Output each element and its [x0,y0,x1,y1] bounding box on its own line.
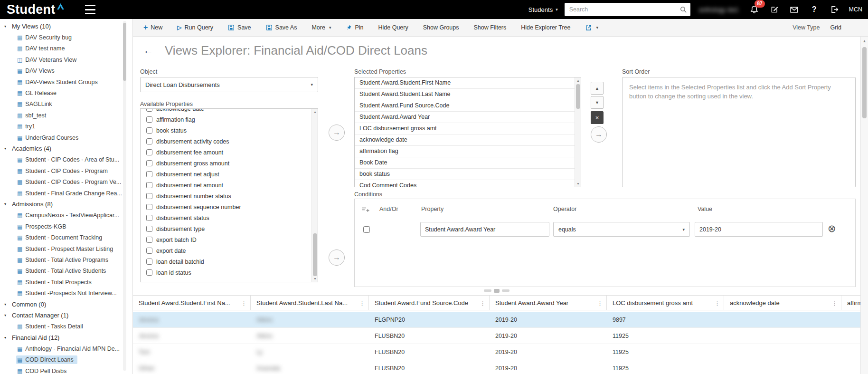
table-row[interactable]: Jessica Atkins FLUSBN20 2019-20 11925 [133,328,860,344]
caret-icon[interactable]: ▾ [4,202,11,206]
tree-row[interactable]: ▦ Student - Total Active Programs [0,254,132,265]
tree-row[interactable]: ▦ Student -Prospects Not Interview... [0,288,132,298]
tree-row[interactable]: ▦ GL Release [0,87,132,98]
search-input[interactable] [565,3,690,16]
hide-explorer-tree-button[interactable]: Hide Explorer Tree [521,24,570,31]
column-menu-icon[interactable]: ⋮ [597,299,603,307]
back-button[interactable]: ← [143,45,153,56]
tree-row[interactable]: ▦ COD Direct Loans [0,355,132,365]
available-property[interactable]: export batch ID [141,234,318,245]
condition-checkbox[interactable] [363,226,370,233]
condition-property-input[interactable] [420,222,549,237]
column-header[interactable]: acknowledge date ⋮ [724,296,841,310]
menu-button[interactable] [85,5,97,14]
selected-property[interactable]: acknowledge date [355,134,581,146]
tree-row[interactable]: ▦ Student - CIP Codes - Program [0,165,132,176]
selected-property[interactable]: Student Award.Award Year [355,112,581,123]
property-checkbox[interactable] [146,149,152,155]
sidebar-scrollbar[interactable] [123,21,126,371]
table-row[interactable]: Gihan Araunala FLUSBN20 2019-20 11925 [133,360,860,374]
tree-row[interactable]: ▦ Student - CIP Codes - Area of Stu... [0,154,132,165]
scroll-up-icon[interactable]: ▲ [861,38,868,45]
app-logo[interactable]: Student [7,2,64,17]
open-new-window-button[interactable]: ▾ [585,24,598,31]
property-checkbox[interactable] [146,127,152,134]
add-condition-property-button[interactable]: → [329,249,345,266]
user-initials[interactable]: MCN [849,6,862,13]
show-groups-button[interactable]: Show Groups [423,24,459,31]
hide-query-button[interactable]: Hide Query [378,24,408,31]
selected-property[interactable]: Cod Comment Codes [355,180,581,187]
tree-row[interactable]: ▦ CampusNexus - TestViewApplicar... [0,210,132,221]
tree-row[interactable]: ▦ DAV Views [0,66,132,77]
selected-property[interactable]: Book Date [355,157,581,169]
tree-row[interactable]: ▾ Admissions (8) [0,199,132,210]
selected-list-scrollbar[interactable]: ▲ ▼ [575,77,581,187]
column-header[interactable]: affirmation flag ⋮ [841,296,860,310]
move-property-down-button[interactable]: ▼ [591,96,604,109]
available-property[interactable]: disbursement sequence number [141,201,318,212]
property-checkbox[interactable] [146,138,152,144]
available-property[interactable]: loan id status [141,267,318,278]
property-checkbox[interactable] [146,108,152,112]
new-button[interactable]: + New [143,24,162,31]
column-header[interactable]: Student Award.Student.First Na... ⋮ [133,296,251,310]
main-scrollbar[interactable]: ▲ [860,37,868,374]
tree-row[interactable]: ▾ Academics (4) [0,143,132,154]
available-list-scrollbar[interactable]: ▲ ▼ [311,109,318,282]
caret-icon[interactable]: ▾ [4,302,11,307]
help-button[interactable]: ? [808,3,821,16]
selected-property[interactable]: Student Award.Fund Source.Code [355,100,581,112]
table-row[interactable]: Jessica Atkins FLGPNP20 2019-20 9897 [133,312,860,328]
column-header[interactable]: Student Award.Fund Source.Code ⋮ [369,296,490,310]
tree-row[interactable]: ▦ Student - Total Prospects [0,277,132,288]
global-search[interactable] [565,3,690,16]
property-checkbox[interactable] [146,269,152,276]
remove-selected-property-button[interactable]: × [591,111,604,124]
available-property[interactable]: disbursement gross amount [141,158,318,169]
search-icon[interactable] [679,6,687,13]
sidebar-scrollbar-thumb[interactable] [123,23,126,81]
org-select[interactable]: Students ▾ [528,6,558,13]
property-checkbox[interactable] [146,237,152,243]
tree-row[interactable]: ▦ Student - CIP Codes - Program Ve... [0,176,132,187]
selected-property[interactable]: affirmation flag [355,146,581,157]
add-property-button[interactable]: → [329,125,345,141]
remove-condition-button[interactable]: ⊗ [828,223,836,233]
available-property[interactable]: disbursement net amount [141,180,318,191]
tree-row[interactable]: ▦ try1 [0,121,132,132]
scrollbar-thumb[interactable] [313,233,317,276]
caret-icon[interactable]: ▾ [4,146,11,151]
tree-row[interactable]: ▦ DAV-Views Student Groups [0,77,132,87]
tree-row[interactable]: ▦ Student - Document Tracking [0,232,132,243]
available-property[interactable]: loan detail batchid [141,256,318,267]
available-property[interactable]: disbursement net adjust [141,169,318,180]
tree-row[interactable]: ▾ My Views (10) [0,21,132,32]
available-property[interactable]: disbursement type [141,223,318,234]
tree-row[interactable]: ▾ Common (0) [0,299,132,310]
tree-row[interactable]: ▾ Financial Aid (12) [0,332,132,343]
available-property[interactable]: disbursement fee amount [141,147,318,158]
caret-icon[interactable]: ▾ [4,313,11,317]
available-property[interactable]: disbursement number status [141,191,318,201]
condition-operator-select[interactable]: equals ▾ [553,222,690,237]
save-button[interactable]: Save [228,24,251,31]
caret-icon[interactable]: ▾ [4,336,11,340]
show-filters-button[interactable]: Show Filters [473,24,506,31]
add-condition-icon[interactable] [361,206,370,213]
property-checkbox[interactable] [146,193,152,199]
tree-row[interactable]: ▦ Student - Tasks Detail [0,321,132,332]
tree-row[interactable]: ▦ COD Pell Disbs [0,365,132,374]
tree-row[interactable]: ◫ DAV Veterans View [0,54,132,65]
column-menu-icon[interactable]: ⋮ [480,299,486,307]
scroll-down-icon[interactable]: ▼ [575,181,581,187]
available-property[interactable]: book status [141,125,318,136]
selected-property[interactable]: LOC disbursement gross amt [355,123,581,134]
available-property[interactable]: disbursement status [141,212,318,223]
scrollbar-thumb[interactable] [576,84,580,109]
column-menu-icon[interactable]: ⋮ [241,299,247,307]
available-property[interactable]: export date [141,245,318,256]
property-checkbox[interactable] [146,226,152,232]
tree-row[interactable]: ▦ Student - Total Active Students [0,266,132,277]
save-as-button[interactable]: Save As [266,24,297,31]
